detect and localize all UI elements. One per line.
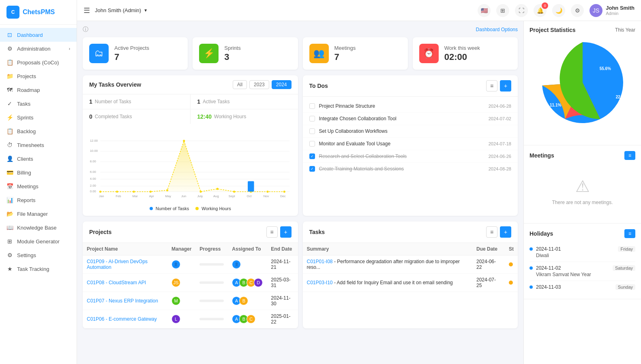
todo-checkbox[interactable]: ✓ [309, 166, 315, 172]
col-status: St [505, 243, 518, 255]
todo-checkbox[interactable] [309, 141, 315, 147]
active-tasks-label: Active Tasks [203, 99, 229, 104]
svg-rect-27 [248, 181, 254, 192]
sidebar-item-task-tracking[interactable]: ★ Task Tracking [0, 262, 77, 276]
sidebar-item-timesheets[interactable]: ⏱ Timesheets [0, 138, 77, 152]
user-profile[interactable]: JS John Smith Admin [590, 4, 635, 17]
avatar: 👤 [172, 260, 180, 269]
sidebar-item-file-manager[interactable]: 📂 File Manager [0, 207, 77, 221]
todos-add-btn[interactable]: + [500, 80, 511, 92]
work-week-label: Work this week [444, 45, 480, 51]
status-dot [509, 281, 513, 285]
period-selector[interactable]: This Year [615, 27, 635, 33]
projects-header: Projects ≡ + [83, 221, 298, 243]
sidebar-item-dashboard[interactable]: ⊡ Dashboard [0, 28, 77, 42]
sidebar-item-tasks[interactable]: ✓ Tasks [0, 97, 77, 111]
svg-text:8.00: 8.00 [90, 160, 96, 163]
filter-2024[interactable]: 2024 [272, 80, 292, 89]
flag-icon[interactable]: 🇺🇸 [478, 4, 491, 17]
projects-list-btn[interactable]: ≡ [266, 226, 278, 238]
sprints-value: 3 [224, 52, 240, 62]
projects-table: Project Name Manager Progress Assigned T… [83, 243, 298, 328]
svg-point-15 [99, 191, 101, 193]
sidebar-item-label: Proposals (CoCo) [17, 60, 59, 66]
svg-text:July: July [197, 194, 203, 198]
tasks-list-btn[interactable]: ≡ [486, 226, 497, 238]
working-hours-stat: 12:40 Working Hours [190, 109, 298, 124]
bottom-row: Projects ≡ + Project Name Manager Progre… [83, 221, 518, 328]
todo-checkbox[interactable] [309, 103, 315, 109]
holiday-day-badge: Saturday [613, 265, 635, 271]
meetings-info: Meetings 7 [334, 45, 356, 62]
header-user-dropdown[interactable]: John Smith (Admin) ▼ [95, 7, 148, 13]
header-icons: 🇺🇸 ⊞ ⛶ 🔔 0 🌙 ⚙ JS John Smith Admin [478, 4, 635, 17]
sidebar-item-label: Timesheets [17, 142, 44, 148]
progress-bar [199, 263, 224, 266]
sidebar-item-knowledge-base[interactable]: 📖 Knowledge Base [0, 221, 77, 234]
sidebar-item-administration[interactable]: ⚙ Administration › [0, 42, 77, 55]
project-link[interactable]: C01P06 - E-commerce Gateway [87, 316, 157, 322]
projects-title: Projects [89, 229, 111, 235]
chart-legend: Number of Tasks Working Hours [89, 206, 292, 211]
settings-header-icon[interactable]: ⚙ [571, 4, 584, 17]
sidebar-item-sprints[interactable]: ⚡ Sprints [0, 111, 77, 124]
sidebar-item-module-generator[interactable]: ⊞ Module Generator [0, 234, 77, 248]
svg-text:Nov: Nov [264, 194, 269, 198]
avatar-group: A B [232, 296, 263, 305]
filter-2023[interactable]: 2023 [249, 80, 269, 89]
todo-checkbox[interactable] [309, 116, 315, 121]
todo-checkbox[interactable] [309, 128, 315, 134]
header-display-name: John Smith [606, 5, 635, 11]
roadmap-icon: 🗺 [6, 87, 13, 93]
svg-text:2.00: 2.00 [90, 184, 96, 187]
completed-tasks-value: 0 [89, 113, 92, 120]
end-date: 2025-03-31 [267, 274, 298, 292]
task-stats: 1 Number of Tasks 1 Active Tasks [83, 94, 298, 109]
avatar: D [254, 278, 263, 287]
project-link[interactable]: C01P07 - Nexus ERP Integration [87, 298, 158, 304]
sidebar-item-label: Module Generator [17, 238, 60, 245]
meetings-action-btn[interactable]: ≡ [624, 151, 635, 160]
tasks-card: Tasks ≡ + Summary Due Date St [303, 221, 518, 328]
dashboard-options-link[interactable]: Dashboard Options [476, 27, 518, 32]
project-link[interactable]: C01P08 - CloudStream API [87, 280, 146, 285]
holiday-date-row: 2024-11-02 Saturday [530, 265, 635, 271]
reports-icon: 📊 [6, 197, 13, 203]
sidebar-item-roadmap[interactable]: 🗺 Roadmap [0, 83, 77, 97]
dashboard: ⓘ Dashboard Options 🗂 Active Projects 7 … [77, 21, 523, 364]
sidebar-item-billing[interactable]: 💳 Billing [0, 166, 77, 179]
avatar: M [172, 296, 180, 305]
svg-text:Oct: Oct [247, 194, 252, 198]
sidebar-item-proposals[interactable]: 📋 Proposals (CoCo) [0, 55, 77, 69]
sidebar-item-projects[interactable]: 📁 Projects [0, 69, 77, 83]
task-link[interactable]: C01P01-I08 [307, 259, 333, 264]
holiday-date-row: 2024-11-03 Sunday [530, 284, 635, 290]
menu-icon[interactable]: ☰ [84, 6, 90, 15]
todo-checkbox[interactable]: ✓ [309, 153, 315, 159]
sidebar-item-clients[interactable]: 👤 Clients [0, 152, 77, 166]
projects-add-btn[interactable]: + [280, 226, 292, 238]
sidebar-item-reports[interactable]: 📊 Reports [0, 193, 77, 207]
stat-card-active-projects: 🗂 Active Projects 7 [83, 37, 188, 70]
table-row: C01P08 - CloudStream API JS A B C D 2025… [83, 274, 298, 292]
holidays-action-btn[interactable]: ≡ [624, 229, 635, 238]
project-statistics-section: Project Statistics This Year [524, 21, 641, 145]
sidebar-item-meetings[interactable]: 📅 Meetings [0, 179, 77, 193]
filter-all[interactable]: All [233, 80, 247, 89]
sidebar-item-settings[interactable]: ⚙ Settings [0, 248, 77, 262]
svg-text:Jun: Jun [181, 194, 186, 198]
proposals-icon: 📋 [6, 59, 13, 66]
sprints-icon: ⚡ [199, 44, 219, 63]
task-link[interactable]: C01P03-I10 [307, 280, 333, 285]
tasks-add-btn[interactable]: + [500, 226, 511, 238]
notification-icon[interactable]: 🔔 0 [534, 4, 547, 17]
fullscreen-icon[interactable]: ⛶ [515, 4, 528, 17]
grid-icon[interactable]: ⊞ [496, 4, 509, 17]
todos-list-btn[interactable]: ≡ [486, 80, 497, 92]
project-link[interactable]: C01P09 - AI-Driven DevOps Automation [87, 259, 148, 270]
sidebar-item-label: Meetings [17, 183, 39, 189]
legend-hours-dot [195, 207, 199, 210]
project-stats-header: Project Statistics This Year [530, 27, 635, 33]
sidebar-item-backlog[interactable]: 📋 Backlog [0, 124, 77, 138]
theme-icon[interactable]: 🌙 [552, 4, 565, 17]
